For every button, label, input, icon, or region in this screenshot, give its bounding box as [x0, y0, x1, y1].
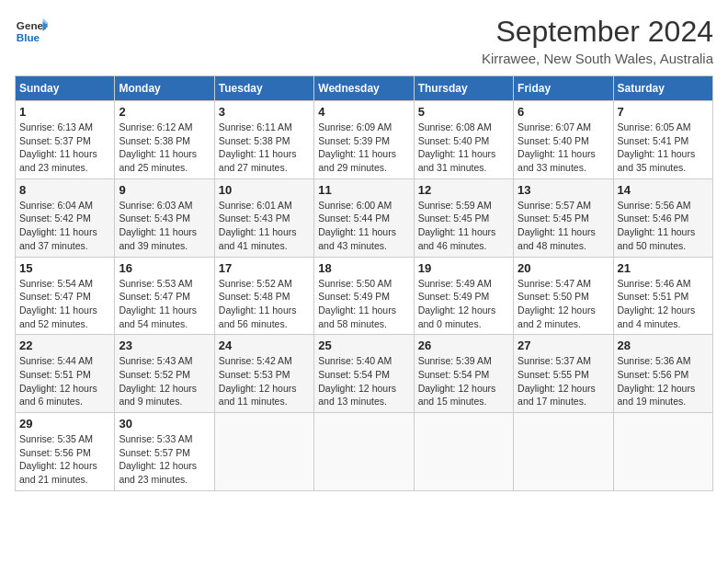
calendar-week-row: 15Sunrise: 5:54 AMSunset: 5:47 PMDayligh… [16, 257, 713, 335]
calendar-cell: 3Sunrise: 6:11 AMSunset: 5:38 PMDaylight… [214, 101, 313, 179]
calendar-cell: 14Sunrise: 5:56 AMSunset: 5:46 PMDayligh… [613, 178, 712, 257]
calendar-cell: 2Sunrise: 6:12 AMSunset: 5:38 PMDaylight… [115, 101, 214, 179]
calendar-cell [314, 413, 414, 491]
calendar-cell: 20Sunrise: 5:47 AMSunset: 5:50 PMDayligh… [514, 257, 613, 335]
calendar-cell: 9Sunrise: 6:03 AMSunset: 5:43 PMDaylight… [115, 178, 214, 257]
weekday-header-monday: Monday [115, 76, 214, 101]
day-info: Sunrise: 5:53 AMSunset: 5:47 PMDaylight:… [119, 277, 210, 331]
day-number: 25 [318, 339, 409, 352]
day-number: 29 [19, 417, 110, 431]
day-info: Sunrise: 5:59 AMSunset: 5:45 PMDaylight:… [418, 199, 509, 253]
calendar-cell: 1Sunrise: 6:13 AMSunset: 5:37 PMDaylight… [16, 101, 115, 179]
day-info: Sunrise: 6:13 AMSunset: 5:37 PMDaylight:… [19, 121, 110, 175]
calendar-cell: 10Sunrise: 6:01 AMSunset: 5:43 PMDayligh… [214, 178, 313, 257]
day-number: 2 [119, 105, 210, 119]
weekday-header-friday: Friday [514, 76, 613, 101]
calendar-cell: 13Sunrise: 5:57 AMSunset: 5:45 PMDayligh… [514, 178, 613, 257]
day-number: 24 [219, 339, 310, 352]
day-info: Sunrise: 5:37 AMSunset: 5:55 PMDaylight:… [518, 354, 609, 408]
calendar-cell: 27Sunrise: 5:37 AMSunset: 5:55 PMDayligh… [514, 335, 613, 413]
calendar-cell: 29Sunrise: 5:35 AMSunset: 5:56 PMDayligh… [16, 413, 115, 491]
calendar-cell [414, 413, 513, 491]
calendar-cell: 28Sunrise: 5:36 AMSunset: 5:56 PMDayligh… [613, 335, 712, 413]
weekday-header-saturday: Saturday [613, 76, 712, 101]
day-number: 9 [119, 183, 210, 197]
calendar-cell: 24Sunrise: 5:42 AMSunset: 5:53 PMDayligh… [214, 335, 313, 413]
day-info: Sunrise: 5:50 AMSunset: 5:49 PMDaylight:… [318, 277, 409, 331]
day-number: 19 [418, 261, 509, 275]
day-number: 28 [618, 339, 709, 352]
calendar-cell: 11Sunrise: 6:00 AMSunset: 5:44 PMDayligh… [314, 178, 414, 257]
calendar-cell: 4Sunrise: 6:09 AMSunset: 5:39 PMDaylight… [314, 101, 414, 179]
day-info: Sunrise: 6:08 AMSunset: 5:40 PMDaylight:… [418, 121, 509, 175]
calendar-cell: 23Sunrise: 5:43 AMSunset: 5:52 PMDayligh… [115, 335, 214, 413]
day-info: Sunrise: 5:52 AMSunset: 5:48 PMDaylight:… [219, 277, 310, 331]
day-info: Sunrise: 5:33 AMSunset: 5:57 PMDaylight:… [119, 432, 210, 487]
calendar-cell: 12Sunrise: 5:59 AMSunset: 5:45 PMDayligh… [414, 178, 513, 257]
day-number: 6 [518, 105, 609, 119]
calendar-header-row: SundayMondayTuesdayWednesdayThursdayFrid… [16, 76, 713, 101]
weekday-header-wednesday: Wednesday [314, 76, 414, 101]
day-info: Sunrise: 5:47 AMSunset: 5:50 PMDaylight:… [518, 277, 609, 331]
day-info: Sunrise: 5:42 AMSunset: 5:53 PMDaylight:… [219, 354, 310, 408]
day-number: 20 [518, 261, 609, 275]
calendar-week-row: 8Sunrise: 6:04 AMSunset: 5:42 PMDaylight… [16, 178, 713, 257]
day-info: Sunrise: 6:12 AMSunset: 5:38 PMDaylight:… [119, 121, 210, 175]
calendar-cell: 30Sunrise: 5:33 AMSunset: 5:57 PMDayligh… [115, 413, 214, 491]
day-number: 7 [618, 105, 709, 119]
day-number: 1 [19, 105, 110, 119]
weekday-header-sunday: Sunday [16, 76, 115, 101]
header: General Blue September 2024 Kirrawee, Ne… [15, 15, 713, 66]
day-number: 30 [119, 417, 210, 431]
day-info: Sunrise: 5:49 AMSunset: 5:49 PMDaylight:… [418, 277, 509, 331]
day-info: Sunrise: 5:44 AMSunset: 5:51 PMDaylight:… [19, 354, 110, 408]
calendar-cell: 21Sunrise: 5:46 AMSunset: 5:51 PMDayligh… [613, 257, 712, 335]
day-info: Sunrise: 5:36 AMSunset: 5:56 PMDaylight:… [618, 354, 709, 408]
calendar-week-row: 1Sunrise: 6:13 AMSunset: 5:37 PMDaylight… [16, 101, 713, 179]
day-info: Sunrise: 5:54 AMSunset: 5:47 PMDaylight:… [19, 277, 110, 331]
day-number: 12 [418, 183, 509, 197]
day-number: 18 [318, 261, 409, 275]
calendar-cell: 19Sunrise: 5:49 AMSunset: 5:49 PMDayligh… [414, 257, 513, 335]
calendar-cell: 22Sunrise: 5:44 AMSunset: 5:51 PMDayligh… [16, 335, 115, 413]
day-number: 10 [219, 183, 310, 197]
svg-text:Blue: Blue [17, 31, 40, 43]
day-number: 4 [318, 105, 409, 119]
calendar-cell: 17Sunrise: 5:52 AMSunset: 5:48 PMDayligh… [214, 257, 313, 335]
day-number: 21 [618, 261, 709, 275]
calendar-cell: 7Sunrise: 6:05 AMSunset: 5:41 PMDaylight… [613, 101, 712, 179]
logo: General Blue [15, 15, 51, 48]
title-area: September 2024 Kirrawee, New South Wales… [482, 15, 713, 66]
calendar-cell: 25Sunrise: 5:40 AMSunset: 5:54 PMDayligh… [314, 335, 414, 413]
weekday-header-thursday: Thursday [414, 76, 513, 101]
day-number: 14 [618, 183, 709, 197]
calendar-cell: 5Sunrise: 6:08 AMSunset: 5:40 PMDaylight… [414, 101, 513, 179]
calendar-cell: 6Sunrise: 6:07 AMSunset: 5:40 PMDaylight… [514, 101, 613, 179]
day-info: Sunrise: 6:05 AMSunset: 5:41 PMDaylight:… [618, 121, 709, 175]
day-info: Sunrise: 5:43 AMSunset: 5:52 PMDaylight:… [119, 354, 210, 408]
day-info: Sunrise: 5:40 AMSunset: 5:54 PMDaylight:… [318, 354, 409, 408]
day-number: 5 [418, 105, 509, 119]
day-number: 27 [518, 339, 609, 352]
day-info: Sunrise: 6:11 AMSunset: 5:38 PMDaylight:… [219, 121, 310, 175]
day-number: 23 [119, 339, 210, 352]
day-info: Sunrise: 6:04 AMSunset: 5:42 PMDaylight:… [19, 199, 110, 253]
day-info: Sunrise: 6:00 AMSunset: 5:44 PMDaylight:… [318, 199, 409, 253]
calendar-cell [214, 413, 313, 491]
calendar-cell [514, 413, 613, 491]
day-info: Sunrise: 5:56 AMSunset: 5:46 PMDaylight:… [618, 199, 709, 253]
calendar-week-row: 22Sunrise: 5:44 AMSunset: 5:51 PMDayligh… [16, 335, 713, 413]
logo-icon: General Blue [15, 15, 48, 48]
day-info: Sunrise: 5:35 AMSunset: 5:56 PMDaylight:… [19, 432, 110, 487]
calendar-week-row: 29Sunrise: 5:35 AMSunset: 5:56 PMDayligh… [16, 413, 713, 491]
day-info: Sunrise: 6:09 AMSunset: 5:39 PMDaylight:… [318, 121, 409, 175]
day-number: 8 [19, 183, 110, 197]
day-info: Sunrise: 6:01 AMSunset: 5:43 PMDaylight:… [219, 199, 310, 253]
day-info: Sunrise: 5:57 AMSunset: 5:45 PMDaylight:… [518, 199, 609, 253]
calendar-cell: 18Sunrise: 5:50 AMSunset: 5:49 PMDayligh… [314, 257, 414, 335]
day-number: 16 [119, 261, 210, 275]
day-info: Sunrise: 5:46 AMSunset: 5:51 PMDaylight:… [618, 277, 709, 331]
weekday-header-tuesday: Tuesday [214, 76, 313, 101]
calendar-cell: 8Sunrise: 6:04 AMSunset: 5:42 PMDaylight… [16, 178, 115, 257]
calendar-table: SundayMondayTuesdayWednesdayThursdayFrid… [15, 75, 713, 491]
